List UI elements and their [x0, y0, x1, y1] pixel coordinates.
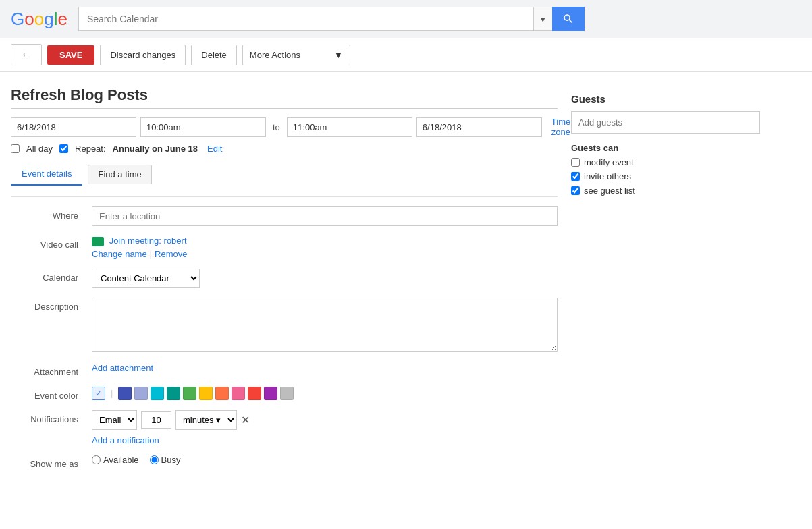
busy-option[interactable]: Busy: [150, 455, 181, 465]
color-swatch-default[interactable]: ✓: [92, 387, 105, 400]
color-swatch-banana[interactable]: [199, 387, 213, 400]
video-camera-icon: [92, 237, 104, 246]
calendar-label: Calendar: [11, 269, 92, 283]
header: Google ▾: [0, 0, 812, 38]
search-dropdown-btn[interactable]: ▾: [533, 7, 552, 31]
notification-type-select[interactable]: Email: [92, 410, 137, 430]
event-color-label: Event color: [11, 387, 92, 401]
start-time-input[interactable]: [140, 117, 266, 137]
show-me-as-label: Show me as: [11, 455, 92, 469]
notifications-content: Email minutes ▾ ✕ Add a notification: [92, 410, 558, 445]
see-guest-list-label: see guest list: [584, 186, 635, 196]
description-textarea[interactable]: [92, 298, 558, 352]
available-radio[interactable]: [92, 455, 101, 464]
tabs-wrapper: Event details Find a time: [11, 163, 558, 186]
discard-changes-button[interactable]: Discard changes: [100, 45, 186, 65]
repeat-label: Repeat:: [75, 144, 106, 154]
where-label: Where: [11, 206, 92, 221]
event-color-content: ✓ |: [92, 387, 558, 400]
color-swatch-tomato[interactable]: [248, 387, 261, 400]
radio-row: Available Busy: [92, 455, 558, 465]
busy-label: Busy: [161, 455, 181, 465]
invite-others-label: invite others: [584, 171, 631, 182]
add-guests-input[interactable]: [571, 111, 760, 134]
repeat-value: Annually on June 18: [113, 144, 198, 154]
color-swatch-basil[interactable]: [183, 387, 196, 400]
video-actions: Change name | Remove: [92, 249, 558, 259]
color-swatch-grape[interactable]: [264, 387, 277, 400]
video-call-label: Video call: [11, 235, 92, 250]
form-section: Where Video call Join meeting: robert Ch…: [11, 196, 558, 488]
guests-section: Guests Guests can modify event invite ot…: [571, 82, 760, 211]
color-swatch-flamingo[interactable]: [232, 387, 245, 400]
remove-video-link[interactable]: Remove: [155, 249, 187, 259]
event-form: to Time zone All day Repeat: Annually on…: [11, 82, 558, 488]
search-button[interactable]: [552, 7, 585, 31]
save-button[interactable]: SAVE: [47, 45, 94, 65]
where-content: [92, 206, 558, 226]
timezone-link[interactable]: Time zone: [551, 117, 570, 137]
join-meeting-link[interactable]: Join meeting: robert: [109, 235, 187, 246]
color-swatch-peacock[interactable]: [151, 387, 164, 400]
attachment-content: Add attachment: [92, 363, 558, 373]
allday-label: All day: [26, 144, 53, 154]
more-actions-label: More Actions: [250, 50, 300, 60]
notifications-row: Notifications Email minutes ▾ ✕ Add a no…: [11, 410, 558, 445]
start-date-input[interactable]: [11, 117, 136, 137]
color-swatch-tangerine[interactable]: [215, 387, 229, 400]
event-color-row: Event color ✓ |: [11, 387, 558, 401]
color-swatches: ✓ |: [92, 387, 558, 400]
sidebar: Guests Guests can modify event invite ot…: [571, 82, 760, 488]
color-swatch-blueberry[interactable]: [118, 387, 132, 400]
location-input[interactable]: [92, 206, 558, 226]
delete-button[interactable]: Delete: [191, 45, 237, 65]
attachment-label: Attachment: [11, 363, 92, 377]
invite-others-checkbox[interactable]: [571, 172, 580, 181]
event-title-input[interactable]: [11, 82, 558, 109]
calendar-content: Content Calendar: [92, 269, 558, 288]
toolbar: ← SAVE Discard changes Delete More Actio…: [0, 38, 812, 72]
notifications-label: Notifications: [11, 410, 92, 424]
video-join-line: Join meeting: robert: [92, 235, 558, 246]
end-time-input[interactable]: [287, 117, 412, 137]
calendar-row: Calendar Content Calendar: [11, 269, 558, 288]
add-notification-link[interactable]: Add a notification: [92, 435, 159, 445]
color-swatch-sage[interactable]: [167, 387, 180, 400]
notification-item: Email minutes ▾ ✕: [92, 410, 558, 430]
tab-event-details[interactable]: Event details: [11, 163, 82, 186]
show-me-as-row: Show me as Available Busy: [11, 455, 558, 469]
color-swatch-graphite[interactable]: [280, 387, 294, 400]
add-attachment-link[interactable]: Add attachment: [92, 363, 153, 373]
busy-radio[interactable]: [150, 455, 159, 464]
video-separator: |: [150, 249, 152, 259]
more-actions-button[interactable]: More Actions ▼: [242, 45, 350, 65]
calendar-select[interactable]: Content Calendar: [92, 269, 200, 288]
description-label: Description: [11, 298, 92, 312]
main-content: to Time zone All day Repeat: Annually on…: [0, 72, 812, 499]
search-input[interactable]: [78, 7, 533, 31]
available-label: Available: [103, 455, 139, 465]
guests-title: Guests: [571, 93, 760, 105]
guest-permission-modify: modify event: [571, 157, 760, 167]
allday-checkbox[interactable]: [11, 144, 20, 153]
color-divider: |: [111, 388, 113, 398]
end-date-input[interactable]: [416, 117, 542, 137]
edit-repeat-link[interactable]: Edit: [207, 144, 222, 154]
modify-event-checkbox[interactable]: [571, 158, 580, 167]
to-label: to: [273, 122, 280, 132]
repeat-checkbox[interactable]: [59, 144, 68, 153]
show-me-as-content: Available Busy: [92, 455, 558, 465]
tab-find-time[interactable]: Find a time: [88, 165, 151, 184]
more-actions-arrow-icon: ▼: [334, 50, 343, 60]
back-button[interactable]: ←: [11, 44, 42, 65]
guests-can-title: Guests can: [571, 143, 760, 153]
see-guest-list-checkbox[interactable]: [571, 186, 580, 195]
available-option[interactable]: Available: [92, 455, 139, 465]
allday-repeat-row: All day Repeat: Annually on June 18 Edit: [11, 144, 558, 154]
notification-value-input[interactable]: [141, 411, 171, 429]
notification-remove-icon[interactable]: ✕: [241, 414, 250, 426]
color-swatch-lavender[interactable]: [134, 387, 148, 400]
change-name-link[interactable]: Change name: [92, 249, 147, 259]
notification-unit-select[interactable]: minutes ▾: [175, 410, 237, 430]
where-row: Where: [11, 206, 558, 226]
